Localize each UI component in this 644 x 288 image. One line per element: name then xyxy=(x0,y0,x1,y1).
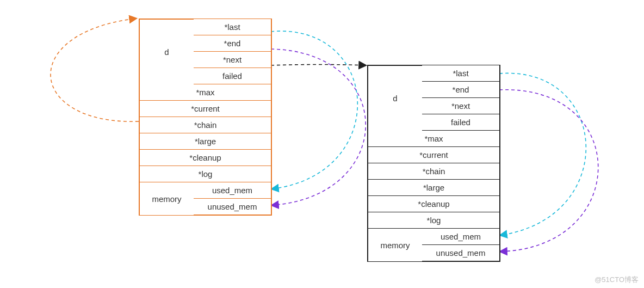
arrow-p1-last-to-usedmem xyxy=(271,31,357,189)
arrow-p1-current-to-self xyxy=(51,19,139,121)
p1-used-mem: used_mem xyxy=(194,182,271,199)
watermark-text: @51CTO博客 xyxy=(595,275,639,285)
pool-struct-2: d *last *end *next failed *max *current … xyxy=(367,65,500,262)
p2-chain: *chain xyxy=(368,163,500,180)
p1-max: *max xyxy=(139,84,271,101)
p2-memory-label: memory xyxy=(368,229,422,261)
p2-d-label: d xyxy=(368,65,422,131)
p2-d-next: *next xyxy=(422,98,500,114)
p1-current: *current xyxy=(139,101,271,117)
p1-chain: *chain xyxy=(139,117,271,133)
arrow-p2-last-to-usedmem xyxy=(499,73,586,235)
p2-used-mem: used_mem xyxy=(422,229,500,245)
p1-large: *large xyxy=(139,133,271,150)
p1-cleanup: *cleanup xyxy=(139,150,271,166)
arrow-p2-end-to-unusedmem xyxy=(499,90,598,252)
p2-large: *large xyxy=(368,180,500,196)
p2-d-end: *end xyxy=(422,82,500,98)
p2-cleanup: *cleanup xyxy=(368,196,500,212)
p2-d-failed: failed xyxy=(422,114,500,131)
arrow-p1-end-to-unusedmem xyxy=(271,49,366,205)
p1-log: *log xyxy=(139,166,271,182)
pool-struct-1: d *last *end *next failed *max *current … xyxy=(139,19,272,216)
diagram-stage: d *last *end *next failed *max *current … xyxy=(0,0,644,288)
p1-unused-mem: unused_mem xyxy=(194,199,271,215)
arrow-p1-next-to-pool2 xyxy=(271,65,366,66)
p2-unused-mem: unused_mem xyxy=(422,245,500,261)
p1-d-failed: failed xyxy=(194,68,271,84)
p2-log: *log xyxy=(368,212,500,229)
p1-d-last: *last xyxy=(194,19,271,35)
pointer-arrows xyxy=(0,0,644,288)
p2-max: *max xyxy=(368,131,500,147)
p2-current: *current xyxy=(368,147,500,163)
p1-d-end: *end xyxy=(194,35,271,52)
p2-d-last: *last xyxy=(422,65,500,82)
p1-d-label: d xyxy=(139,19,194,84)
p1-memory-label: memory xyxy=(139,182,194,215)
p1-d-next: *next xyxy=(194,52,271,68)
